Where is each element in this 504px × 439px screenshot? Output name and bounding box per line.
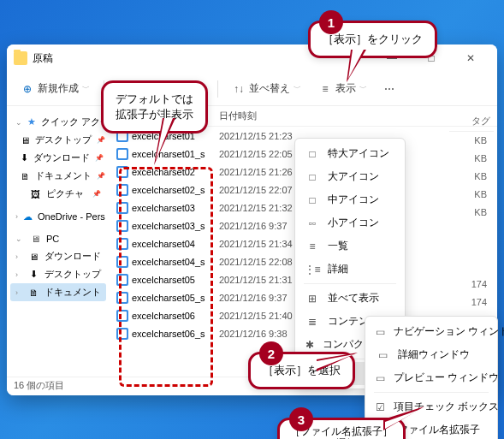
col-tag[interactable]: タグ	[449, 113, 494, 132]
file-name: excelcharset04	[132, 239, 195, 249]
more-button[interactable]: ⋯	[377, 80, 401, 98]
label: 詳細	[328, 262, 348, 276]
col-date[interactable]: 日付時刻	[219, 110, 313, 122]
label: 一覧	[328, 239, 348, 253]
label: 大アイコン	[328, 169, 379, 184]
label: デスクトップ	[44, 268, 101, 281]
label: 小アイコン	[328, 216, 379, 230]
new-button[interactable]: ⊕ 新規作成 ﹀	[14, 78, 97, 99]
file-icon	[116, 238, 128, 250]
view-layout-item[interactable]: ⊞並べて表示	[299, 287, 401, 310]
show-pane-item[interactable]: ▭ナビゲーション ウィンドウ	[369, 320, 494, 343]
sidebar-item[interactable]: ›🗎ドキュメント	[10, 283, 106, 301]
file-icon	[116, 292, 128, 304]
sidebar-quick-access[interactable]: ⌄ ★ クイック アクセス	[10, 113, 106, 131]
file-icon	[116, 256, 128, 268]
view-button[interactable]: ≡ 表示 ﹀	[311, 78, 374, 99]
size-cell: KB	[453, 151, 490, 169]
sidebar-item[interactable]: ›🖥ダウンロード	[10, 247, 106, 265]
view-size-item[interactable]: □特大アイコン	[299, 142, 401, 165]
menu-icon: □	[305, 147, 319, 161]
label: ドキュメント	[44, 286, 101, 299]
sidebar-item[interactable]: ›⬇デスクトップ	[10, 265, 106, 283]
chevron-right-icon: ›	[15, 212, 18, 221]
label: クイック アクセス	[41, 116, 110, 128]
sidebar-item[interactable]: 🖼ピクチャ📌	[10, 185, 106, 203]
toolbar: ⊕ 新規作成 ﹀ ✂ ⧉ 📋 ✎ ↗ 🗑 ↑↓ 並べ替え ﹀ ≡ 表示 ﹀ ⋯	[7, 72, 497, 106]
file-name: excelcharset03_s	[132, 221, 205, 231]
view-size-item[interactable]: □中アイコン	[299, 188, 401, 211]
label: ナビゲーション ウィンドウ	[394, 324, 504, 339]
view-size-item[interactable]: ⋮≡詳細	[299, 258, 401, 281]
label: 特大アイコン	[328, 146, 389, 161]
label: 項目チェック ボックス	[394, 400, 499, 414]
callout-default: デフォルトでは 拡張子が非表示	[101, 80, 208, 133]
label: ダウンロード	[33, 151, 90, 164]
size-cell	[453, 259, 490, 277]
file-name: excelcharset05	[132, 275, 195, 285]
cloud-icon: ☁	[23, 211, 33, 222]
menu-icon: ☑	[376, 400, 385, 414]
label: 並べて表示	[328, 291, 379, 306]
size-cell	[453, 241, 490, 259]
view-size-item[interactable]: ≡一覧	[299, 234, 401, 258]
size-cell	[453, 223, 490, 241]
file-icon	[116, 166, 128, 178]
folder-icon: 🗎	[21, 170, 30, 182]
file-name: excelcharset04_s	[132, 257, 205, 267]
sort-label: 並べ替え	[249, 81, 290, 96]
sort-button[interactable]: ↑↓ 並べ替え ﹀	[225, 78, 308, 99]
view-size-item[interactable]: □大アイコン	[299, 165, 401, 188]
chevron-down-icon: ﹀	[294, 83, 301, 94]
sort-icon: ↑↓	[232, 82, 246, 96]
file-name: excelcharset03	[132, 203, 195, 213]
file-icon	[116, 328, 128, 340]
show-pane-item[interactable]: ▭詳細ウィンドウ	[369, 343, 494, 366]
chevron-down-icon: ⌄	[15, 118, 22, 127]
pin-icon: 📌	[92, 190, 101, 198]
pc-icon: 🖥	[29, 233, 41, 245]
menu-icon: ▭	[376, 348, 389, 362]
sidebar: ⌄ ★ クイック アクセス 🖥デスクトップ📌⬇ダウンロード📌🗎ドキュメント📌🖼ピ…	[7, 106, 110, 377]
chevron-right-icon: ›	[15, 288, 23, 297]
file-name: excelcharset06_s	[132, 329, 205, 339]
sidebar-item[interactable]: ⬇ダウンロード📌	[10, 149, 106, 167]
file-name: excelcharset05_s	[132, 293, 205, 303]
sidebar-item[interactable]: 🖥デスクトップ📌	[10, 131, 106, 149]
view-label: 表示	[335, 81, 356, 96]
pin-icon: 📌	[97, 172, 105, 180]
separator	[374, 392, 489, 393]
size-cell: KB	[453, 133, 490, 151]
sidebar-onedrive[interactable]: › ☁ OneDrive - Pers	[10, 208, 106, 225]
file-name: excelcharset02	[132, 167, 195, 177]
close-button[interactable]: ✕	[451, 44, 490, 72]
size-cell: 174	[453, 295, 490, 313]
file-icon	[116, 220, 128, 232]
label: ダウンロード	[44, 250, 101, 263]
plus-icon: ⊕	[21, 82, 34, 96]
chevron-right-icon: ›	[15, 252, 23, 261]
new-label: 新規作成	[38, 81, 79, 96]
show-option-item[interactable]: ☑項目チェック ボックス	[369, 395, 494, 418]
folder-icon: ⬇	[28, 269, 39, 281]
file-name: excelcharset06	[132, 311, 195, 321]
file-icon	[116, 274, 128, 286]
separator	[304, 283, 396, 284]
chevron-down-icon: ﹀	[359, 83, 367, 94]
sidebar-pc[interactable]: ⌄ 🖥 PC	[10, 230, 106, 247]
chevron-down-icon: ﹀	[82, 83, 90, 94]
view-icon: ≡	[318, 82, 332, 96]
view-size-item[interactable]: ▫▫小アイコン	[299, 211, 401, 234]
label: PC	[46, 234, 59, 244]
size-cell: KB	[453, 169, 490, 187]
folder-icon: 🖥	[28, 251, 39, 263]
size-cell: KB	[453, 205, 490, 223]
file-icon	[116, 202, 128, 214]
menu-icon: □	[305, 170, 319, 184]
sidebar-item[interactable]: 🗎ドキュメント📌	[10, 167, 106, 185]
more-icon: ⋯	[384, 83, 394, 95]
show-pane-item[interactable]: ▭プレビュー ウィンドウ	[369, 366, 494, 389]
menu-icon: □	[305, 193, 319, 207]
label: プレビュー ウィンドウ	[394, 371, 499, 385]
pin-icon: 📌	[95, 154, 104, 162]
